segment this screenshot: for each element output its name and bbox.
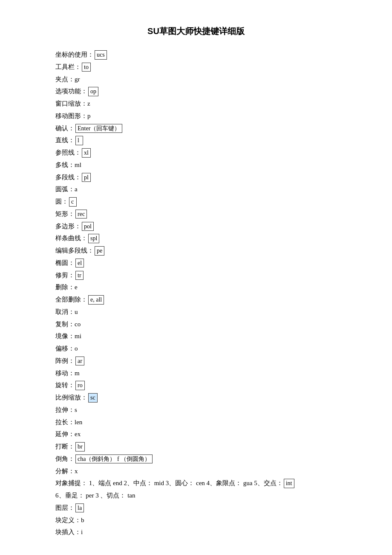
- list-item: 分解：x: [55, 466, 337, 477]
- list-item: 图层： la: [55, 502, 337, 514]
- item-label: 分解：x: [55, 466, 78, 477]
- list-item: 夹点：gr: [55, 74, 337, 86]
- item-label: 编辑多段线：: [55, 245, 94, 257]
- shortcut-key: cha（倒斜角） f （倒圆角）: [75, 454, 153, 464]
- list-item: 多段线： pl: [55, 172, 337, 184]
- item-label: 比例缩放：: [55, 392, 87, 404]
- list-item: 坐标的使用： ucs: [55, 49, 337, 61]
- list-item: 拉长：len: [55, 417, 337, 428]
- list-item: 编辑多段线： pe: [55, 245, 337, 257]
- list-item: 阵例： ar: [55, 355, 337, 367]
- list-item: 圆： c: [55, 196, 337, 208]
- item-label: 旋转：: [55, 380, 75, 391]
- list-item: 倒角： cha（倒斜角） f （倒圆角）: [55, 453, 337, 465]
- item-label: 多段线：: [55, 172, 81, 184]
- shortcut-key: la: [75, 503, 84, 513]
- shortcut-key: spl: [88, 234, 99, 243]
- item-label: 多边形：: [55, 221, 81, 233]
- list-item: 旋转： ro: [55, 380, 337, 391]
- item-label: 删除：e: [55, 282, 78, 293]
- item-label: 延伸：ex: [55, 428, 81, 440]
- list-item: 移动图形：p: [55, 110, 337, 122]
- list-item: 工具栏： to: [55, 61, 337, 73]
- list-item: 圆弧：a: [55, 184, 337, 196]
- list-item: 矩形： rec: [55, 208, 337, 220]
- item-label: 参照线：: [55, 147, 81, 159]
- item-label: 矩形：: [55, 208, 75, 220]
- list-item: 取消：u: [55, 306, 337, 318]
- list-item: 对象捕提： 1、端点 end 2、中点： mid 3、圆心： cen 4、象限点…: [55, 477, 337, 489]
- list-item: 修剪： tr: [55, 270, 337, 282]
- list-item: 拉伸：s: [55, 404, 337, 416]
- item-label: 坐标的使用：: [55, 49, 94, 61]
- content-area: 坐标的使用： ucs 工具栏： to 夹点：gr 选项功能： op 窗口缩放：z…: [55, 49, 337, 538]
- list-item: 参照线： xl: [55, 147, 337, 159]
- list-item: 复制：co: [55, 319, 337, 331]
- shortcut-key: c: [69, 197, 77, 207]
- item-label: 偏移：o: [55, 343, 78, 355]
- shortcut-key: rec: [75, 210, 87, 219]
- list-item: 块插入：i: [55, 526, 337, 538]
- list-item: 移动：m: [55, 368, 337, 380]
- item-label: 境像：mi: [55, 331, 81, 342]
- item-label: 多线：ml: [55, 159, 81, 171]
- shortcut-key: ucs: [95, 50, 107, 60]
- item-label: 圆：: [55, 196, 68, 208]
- shortcut-key: ro: [75, 381, 85, 390]
- item-label: 窗口缩放：z: [55, 98, 90, 110]
- item-label: 对象捕提： 1、端点 end 2、中点： mid 3、圆心： cen 4、象限点…: [55, 477, 283, 489]
- list-item: 选项功能： op: [55, 86, 337, 98]
- list-item: 块定义：b: [55, 515, 337, 526]
- item-label: 取消：u: [55, 306, 78, 318]
- item-label: 块插入：i: [55, 526, 83, 538]
- list-item: 样条曲线： spl: [55, 233, 337, 244]
- item-label: 拉伸：s: [55, 404, 77, 416]
- item-label: 块定义：b: [55, 515, 84, 526]
- item-label: 移动图形：p: [55, 110, 91, 122]
- item-label: 选项功能：: [55, 86, 87, 98]
- item-label: 全部删除：: [55, 294, 87, 306]
- shortcut-key: op: [88, 87, 98, 96]
- shortcut-key: xl: [82, 148, 91, 158]
- item-label: 工具栏：: [55, 61, 81, 73]
- shortcut-key: e, all: [88, 295, 104, 305]
- item-label: 复制：co: [55, 319, 81, 331]
- item-label: 修剪：: [55, 270, 75, 282]
- list-item: 偏移：o: [55, 343, 337, 355]
- list-item: 延伸：ex: [55, 428, 337, 440]
- shortcut-key: pl: [82, 173, 91, 182]
- item-label: 确认：: [55, 123, 75, 135]
- item-label: 夹点：gr: [55, 74, 80, 86]
- shortcut-key: to: [82, 63, 91, 72]
- item-label: 直线：: [55, 135, 75, 147]
- item-label: 样条曲线：: [55, 233, 87, 244]
- shortcut-key: pe: [95, 246, 104, 256]
- item-label: 移动：m: [55, 368, 80, 380]
- list-item: 6、垂足： per 3 、切点： tan: [55, 490, 337, 502]
- item-label: 图层：: [55, 502, 75, 514]
- list-item: 全部删除： e, all: [55, 294, 337, 306]
- shortcut-key: ar: [75, 357, 84, 366]
- list-item: 多线：ml: [55, 159, 337, 171]
- shortcut-key: tr: [75, 271, 84, 280]
- item-label: 6、垂足： per 3 、切点： tan: [55, 490, 135, 502]
- shortcut-key: Enter（回车键）: [75, 124, 122, 133]
- list-item: 比例缩放： sc: [55, 392, 337, 404]
- list-item: 窗口缩放：z: [55, 98, 337, 110]
- shortcut-key-int: int: [284, 479, 294, 488]
- list-item: 打断： br: [55, 441, 337, 453]
- shortcut-key: el: [75, 259, 84, 268]
- list-item: 直线： l: [55, 135, 337, 147]
- item-label: 打断：: [55, 441, 75, 453]
- list-item: 确认： Enter（回车键）: [55, 123, 337, 135]
- item-label: 倒角：: [55, 453, 75, 465]
- list-item: 境像：mi: [55, 331, 337, 342]
- list-item: 椭圆： el: [55, 257, 337, 269]
- page-title: SU草图大师快捷键详细版: [55, 26, 337, 37]
- list-item: 删除：e: [55, 282, 337, 293]
- item-label: 阵例：: [55, 355, 75, 367]
- item-label: 拉长：len: [55, 417, 82, 428]
- item-label: 椭圆：: [55, 257, 75, 269]
- shortcut-key: pol: [82, 222, 94, 231]
- shortcut-key: l: [75, 136, 83, 145]
